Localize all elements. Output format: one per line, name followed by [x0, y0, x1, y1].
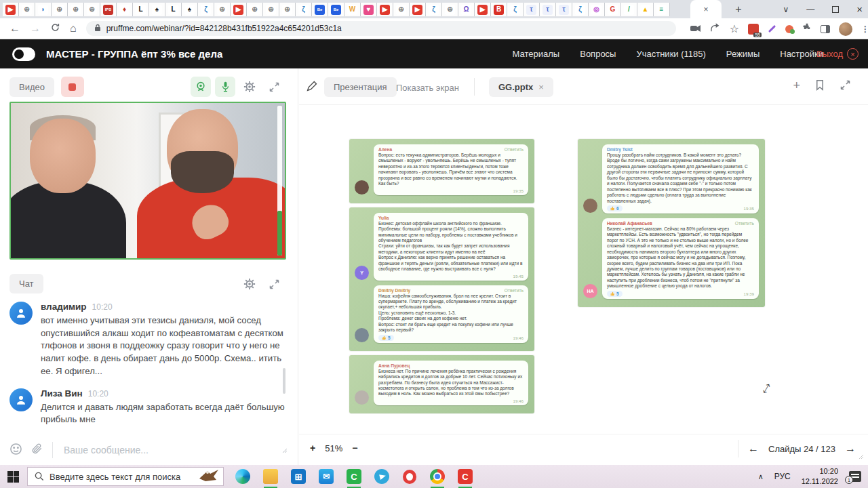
browser-menu-icon[interactable]: ⋮	[861, 28, 864, 30]
chat-panel-label[interactable]: Чат	[9, 274, 43, 293]
flower-extension-icon[interactable]	[785, 25, 793, 33]
tab-favicon[interactable]: Be	[328, 3, 344, 16]
tab-favicon[interactable]: ◗	[35, 3, 52, 16]
tab-favicon[interactable]: ⊕	[52, 3, 68, 16]
tab-share-screen[interactable]: Показать экран	[396, 83, 459, 93]
tab-favicon[interactable]: ζ	[426, 3, 442, 16]
tab-favicon[interactable]: ▶	[3, 3, 19, 16]
tray-expand-icon[interactable]: ∧	[758, 472, 764, 481]
maximize-button[interactable]	[832, 6, 839, 13]
tab-favicon[interactable]: ▶	[231, 3, 247, 16]
adblock-extension-icon[interactable]: 55	[748, 24, 759, 35]
tab-favicon[interactable]: ζ	[507, 3, 524, 16]
taskbar-search-input[interactable]	[50, 472, 193, 482]
tab-favicon[interactable]: ⊕	[279, 3, 296, 16]
tab-favicon[interactable]: ⊕	[68, 3, 84, 16]
language-indicator[interactable]: РУС	[774, 472, 791, 481]
camera-toggle-button[interactable]	[191, 77, 211, 97]
menu-participants[interactable]: Участники (1185)	[636, 49, 705, 59]
recorder-icon[interactable]: C	[457, 468, 473, 485]
tab-favicon[interactable]: G	[605, 3, 621, 16]
file-tab-gg-pptx[interactable]: GG.pptx ×	[489, 77, 553, 97]
exit-button[interactable]: Выход ×	[816, 48, 859, 60]
close-window-button[interactable]: ×	[856, 3, 863, 15]
side-panel-icon[interactable]	[821, 25, 830, 33]
file-tab-close-icon[interactable]: ×	[538, 82, 544, 92]
video-panel-label[interactable]: Видео	[9, 77, 54, 97]
zoom-out-button[interactable]: −	[352, 443, 357, 453]
chat-message-list[interactable]: владимир10:20 вот именно учитывая эти те…	[9, 300, 286, 434]
camtasia-icon[interactable]: C	[346, 468, 362, 485]
draw-pencil-icon[interactable]	[306, 81, 317, 95]
tab-favicon[interactable]: ⊕	[393, 3, 410, 16]
mic-toggle-button[interactable]	[215, 77, 235, 97]
browser-menu-chevron-icon[interactable]: ∨	[783, 5, 789, 14]
chat-expand-icon[interactable]	[264, 274, 284, 294]
new-tab-button[interactable]: +	[731, 2, 746, 17]
chat-scrollbar[interactable]	[283, 368, 285, 394]
notification-center-icon[interactable]: 1	[849, 471, 861, 482]
tab-favicon[interactable]: ⊕	[214, 3, 231, 16]
resize-handle[interactable]	[859, 450, 864, 462]
start-button[interactable]	[7, 471, 19, 483]
opera-icon[interactable]	[401, 468, 418, 485]
tab-favicon[interactable]: τ	[524, 3, 540, 16]
home-button[interactable]: ⌂	[70, 22, 77, 35]
tab-favicon[interactable]: ≡	[654, 3, 670, 16]
webcam-video[interactable]	[9, 102, 286, 260]
extensions-puzzle-icon[interactable]	[802, 23, 812, 35]
video-settings-gear-icon[interactable]	[239, 77, 260, 97]
reload-button[interactable]	[50, 22, 60, 35]
file-explorer-icon[interactable]	[262, 468, 279, 485]
tab-favicon[interactable]: ⊕	[84, 3, 100, 16]
back-button[interactable]: ←	[9, 22, 20, 35]
video-expand-icon[interactable]	[264, 77, 284, 97]
next-slide-button[interactable]: →	[845, 443, 856, 455]
emoji-icon[interactable]	[9, 443, 22, 458]
stop-record-button[interactable]	[61, 77, 84, 97]
tab-favicon[interactable]: τ	[556, 3, 572, 16]
slide-canvas[interactable]: АленаОтветить Вопрос: есть текучка админ…	[299, 106, 860, 434]
chat-message-input[interactable]	[64, 445, 282, 455]
tab-favicon[interactable]: IPS	[100, 3, 117, 16]
menu-modes[interactable]: Режимы	[726, 49, 760, 59]
active-tab[interactable]: ×	[690, 0, 722, 18]
tab-favicon[interactable]: ♠	[182, 3, 198, 16]
address-bar[interactable]: pruffme.com/webinar/?id=842128b431fb5192…	[86, 21, 676, 36]
forward-button[interactable]: →	[30, 22, 41, 35]
mail-icon[interactable]: ✉	[318, 468, 334, 485]
tab-favicon[interactable]: B	[491, 3, 507, 16]
tab-presentation[interactable]: Презентация	[324, 77, 397, 97]
tab-favicon[interactable]: ♦	[117, 3, 133, 16]
share-icon[interactable]	[710, 23, 721, 35]
presentation-expand-icon[interactable]	[840, 80, 850, 93]
resize-handle[interactable]	[282, 444, 288, 456]
profile-avatar[interactable]	[839, 22, 852, 36]
menu-materials[interactable]: Материалы	[513, 49, 560, 59]
camera-in-use-icon[interactable]	[690, 23, 701, 35]
clock[interactable]: 10:20 12.11.2022	[802, 466, 838, 487]
edge-icon[interactable]	[235, 468, 251, 485]
zoom-in-button[interactable]: +	[310, 443, 315, 453]
tab-favicon[interactable]: ζ	[572, 3, 589, 16]
tab-favicon[interactable]: ▶	[475, 3, 491, 16]
bookmark-icon[interactable]	[815, 79, 825, 94]
tab-favicon[interactable]: /	[621, 3, 637, 16]
tab-favicon[interactable]: Ω	[458, 3, 475, 16]
tab-favicon[interactable]: ⊕	[247, 3, 263, 16]
tab-favicon[interactable]: ζ	[198, 3, 214, 16]
prev-slide-button[interactable]: ←	[748, 443, 759, 455]
tab-favicon[interactable]: ⊕	[442, 3, 458, 16]
chrome-icon[interactable]	[429, 468, 446, 485]
pen-extension-icon[interactable]	[768, 25, 776, 33]
tab-favicon[interactable]: ⊕	[19, 3, 35, 16]
tab-favicon[interactable]: ⊕	[263, 3, 279, 16]
tab-favicon[interactable]: ▲	[637, 3, 654, 16]
attach-icon[interactable]	[31, 443, 43, 458]
minimize-button[interactable]: —	[806, 5, 814, 14]
tab-favicon[interactable]: ▶	[377, 3, 393, 16]
bookmark-star-icon[interactable]: ☆	[730, 22, 739, 35]
tab-favicon[interactable]: W	[344, 3, 361, 16]
chat-settings-gear-icon[interactable]	[239, 274, 260, 294]
telegram-icon[interactable]	[374, 468, 390, 485]
